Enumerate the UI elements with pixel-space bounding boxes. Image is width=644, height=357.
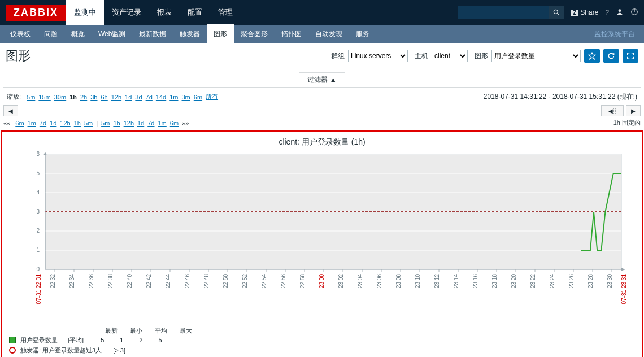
zoom-14d[interactable]: 14d [156, 94, 166, 101]
svg-text:22:36: 22:36 [88, 274, 94, 288]
share-link[interactable]: Z Share [571, 8, 598, 16]
legend-trigger-row: 触发器: 用户登录数量超过3人 [> 3] [9, 345, 635, 355]
sub-menu: 仪表板问题概览Web监测最新数据触发器图形聚合图形拓扑图自动发现服务 [3, 24, 376, 44]
zoom-6h[interactable]: 6h [101, 94, 108, 101]
svg-line-1 [558, 14, 559, 15]
group-select[interactable]: Linux servers [348, 50, 408, 62]
period-row: «« 6m1m7d1d12h1h5m | 5m1h12h1d7d1m6m »» … [3, 119, 641, 127]
svg-text:6: 6 [36, 151, 40, 157]
sub-nav-6[interactable]: 图形 [207, 24, 234, 44]
sub-nav-0[interactable]: 仪表板 [3, 24, 37, 44]
period-l-1m[interactable]: 1m [28, 120, 36, 127]
svg-text:23:26: 23:26 [568, 274, 575, 288]
zoom-所有[interactable]: 所有 [206, 93, 218, 101]
search-input[interactable] [458, 6, 549, 19]
top-nav-3[interactable]: 配置 [180, 0, 210, 25]
period-l-7d[interactable]: 7d [40, 120, 46, 127]
top-nav-2[interactable]: 报表 [149, 0, 180, 25]
svg-text:23:16: 23:16 [472, 274, 478, 288]
svg-text:07-31 23:31: 07-31 23:31 [621, 274, 627, 304]
refresh-button[interactable] [603, 49, 619, 63]
zoom-5m[interactable]: 5m [27, 94, 35, 101]
svg-text:22:58: 22:58 [299, 274, 306, 288]
zoom-3m[interactable]: 3m [182, 94, 190, 101]
group-label: 群组 [331, 51, 345, 61]
stats-header: 最新 最小 平均 最大 [105, 326, 635, 335]
period-l-1d[interactable]: 1d [50, 120, 56, 127]
sub-nav-7[interactable]: 聚合图形 [234, 24, 275, 44]
zoom-1h[interactable]: 1h [69, 94, 77, 101]
user-icon[interactable] [616, 8, 624, 18]
trigger-label: 触发器: 用户登录数量超过3人 [20, 346, 102, 355]
zoom-2h[interactable]: 2h [80, 94, 87, 101]
search-icon [552, 8, 560, 16]
period-l-12h[interactable]: 12h [60, 120, 70, 127]
zoom-3h[interactable]: 3h [90, 94, 97, 101]
svg-text:23:28: 23:28 [588, 274, 594, 288]
zoom-1d[interactable]: 1d [125, 94, 132, 101]
search-button[interactable] [549, 6, 564, 19]
svg-text:23:04: 23:04 [357, 274, 363, 288]
logout-icon[interactable] [630, 8, 638, 18]
svg-text:23:12: 23:12 [434, 274, 440, 288]
fullscreen-button[interactable] [623, 49, 638, 63]
period-r-5m[interactable]: 5m [101, 120, 110, 127]
period-r-7d[interactable]: 7d [147, 120, 154, 127]
filter-tab[interactable]: 过滤器 ▲ [299, 72, 345, 87]
favorite-button[interactable] [584, 49, 600, 63]
zoom-3d[interactable]: 3d [135, 94, 142, 101]
top-nav-4[interactable]: 管理 [210, 0, 241, 25]
svg-text:22:34: 22:34 [69, 274, 75, 288]
host-label: 主机 [415, 51, 428, 61]
period-l-1h[interactable]: 1h [74, 120, 81, 127]
svg-text:3: 3 [36, 208, 40, 215]
chart-title: client: 用户登录数量 (1h) [9, 137, 635, 147]
sub-nav-3[interactable]: Web监测 [92, 24, 132, 44]
sub-nav-5[interactable]: 触发器 [173, 24, 207, 44]
fast-prev-button[interactable]: ◀┊┊ [601, 105, 624, 116]
chart-container: client: 用户登录数量 (1h) 012345622:3222:3422:… [1, 130, 643, 357]
help-icon[interactable]: ? [605, 8, 609, 16]
logo[interactable]: ZABBIX [6, 5, 66, 21]
host-select[interactable]: client [432, 50, 468, 62]
period-r-1m[interactable]: 1m [158, 120, 167, 127]
series-label: 用户登录数量 [20, 336, 58, 345]
period-l-6m[interactable]: 6m [15, 120, 24, 127]
period-r-6m[interactable]: 6m [170, 120, 179, 127]
zoom-30m[interactable]: 30m [54, 94, 66, 101]
top-nav-1[interactable]: 资产记录 [104, 0, 149, 25]
top-right: Z Share ? [458, 6, 638, 19]
svg-text:23:18: 23:18 [491, 274, 498, 288]
prev-button[interactable]: ◀ [3, 105, 18, 116]
next-button[interactable]: ▶ [626, 105, 641, 116]
page-header: 图形 群组 Linux servers 主机 client 图形 用户登录数量 [0, 43, 644, 67]
graph-select[interactable]: 用户登录数量 [491, 50, 581, 62]
sub-nav-4[interactable]: 最新数据 [132, 24, 173, 44]
sub-nav-1[interactable]: 问题 [37, 24, 64, 44]
svg-text:23:02: 23:02 [338, 274, 344, 288]
period-r-1h[interactable]: 1h [113, 120, 120, 127]
sub-nav-10[interactable]: 服务 [349, 24, 376, 44]
sub-nav-8[interactable]: 拓扑图 [275, 24, 308, 44]
svg-text:23:00: 23:00 [319, 274, 325, 288]
zoom-1m[interactable]: 1m [169, 94, 178, 101]
zoom-6m[interactable]: 6m [194, 94, 202, 101]
legend-series-row: 用户登录数量 [平均] 5 1 2 5 [9, 335, 635, 345]
period-l-5m[interactable]: 5m [84, 120, 93, 127]
sub-nav-2[interactable]: 概览 [64, 24, 92, 44]
svg-text:22:42: 22:42 [146, 274, 152, 288]
zoom-12h[interactable]: 12h [111, 94, 121, 101]
svg-text:22:38: 22:38 [107, 274, 114, 288]
svg-text:23:08: 23:08 [395, 274, 402, 288]
period-r-12h[interactable]: 12h [124, 120, 134, 127]
zoom-label: 缩放: [7, 93, 21, 101]
svg-text:23:22: 23:22 [530, 274, 536, 288]
period-r-1d[interactable]: 1d [137, 120, 144, 127]
chart-svg: 012345622:3222:3422:3622:3822:4022:4222:… [9, 151, 635, 320]
zoom-7d[interactable]: 7d [146, 94, 153, 101]
zoom-15m[interactable]: 15m [38, 94, 50, 101]
search-box [458, 6, 564, 19]
sub-nav-9[interactable]: 自动发现 [308, 24, 349, 44]
top-nav-0[interactable]: 监测中 [66, 0, 104, 25]
svg-text:22:48: 22:48 [203, 274, 210, 288]
